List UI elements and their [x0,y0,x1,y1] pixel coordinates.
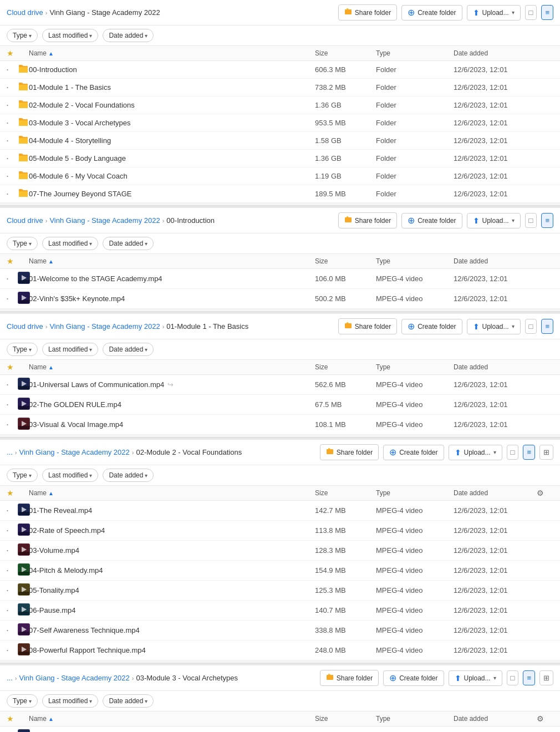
row-dot: • [7,528,18,533]
breadcrumb-part[interactable]: Cloud drive [7,322,43,331]
share-folder-button[interactable]: Share folder [338,318,397,334]
create-folder-button[interactable]: ⊕ Create folder [401,213,462,228]
share-folder-button[interactable]: Share folder [320,670,379,686]
header-name[interactable]: Name ▲ [29,49,315,57]
upload-button[interactable]: ⬆ Upload... ▾ [467,213,521,228]
table-row[interactable]: • 04-Module 4 - Storytelling 1.58 GB Fol… [0,132,560,150]
header-name[interactable]: Name ▲ [29,363,315,371]
table-row[interactable]: • 08-Powerful Rapport Technique.mp4 248.… [0,640,560,660]
create-folder-button[interactable]: ⊕ Create folder [383,670,444,686]
upload-button[interactable]: ⬆ Upload... ▾ [449,445,502,460]
filter-button[interactable]: Date added ▾ [103,343,154,356]
filter-button[interactable]: Date added ▾ [103,694,154,708]
table-row[interactable]: • 06-Pause.mp4 140.7 MB MPEG-4 video 12/… [0,601,560,621]
view-photo-button[interactable]: □ [525,5,537,20]
filter-button[interactable]: Type ▾ [7,343,38,356]
breadcrumb-part[interactable]: ... [7,674,13,682]
view-list-button[interactable]: ≡ [541,5,553,20]
create-folder-button[interactable]: ⊕ Create folder [383,445,444,460]
create-folder-button[interactable]: ⊕ Create folder [401,319,462,334]
table-row[interactable]: • 03-Module 3 - Vocal Archetypes 953.5 M… [0,114,560,132]
filter-bar: Type ▾ Last modified ▾ Date added ▾ [0,691,560,711]
view-photo-button[interactable]: □ [525,213,537,228]
breadcrumb-part[interactable]: Cloud drive [7,216,43,225]
table-row[interactable]: • 02-Rate of Speech.mp4 113.8 MB MPEG-4 … [0,521,560,541]
row-type: Folder [376,172,454,180]
row-dot: • [7,174,18,179]
filter-button[interactable]: Date added ▾ [103,29,154,42]
view-grid-button[interactable]: ⊞ [539,670,553,685]
breadcrumb-part[interactable]: Vinh Giang - Stage Academy 2022 [19,448,130,456]
row-dot: • [7,103,18,108]
share-folder-button[interactable]: Share folder [320,444,379,460]
gear-icon[interactable]: ⚙ [537,714,553,723]
view-photo-button[interactable]: □ [507,670,519,685]
filter-button[interactable]: Type ▾ [7,237,38,250]
breadcrumb-part[interactable]: Vinh Giang - Stage Academy 2022 [19,674,130,682]
table-row[interactable]: • 04-Pitch & Melody.mp4 154.9 MB MPEG-4 … [0,561,560,581]
table-row[interactable]: • 02-Vinh's $35k+ Keynote.mp4 500.2 MB M… [0,289,560,309]
table-row[interactable]: • 01-The Reveal.mp4 142.7 MB MPEG-4 vide… [0,501,560,521]
filter-button[interactable]: Date added ▾ [103,469,154,482]
breadcrumb-part[interactable]: Cloud drive [7,8,43,17]
header-name[interactable]: Name ▲ [29,715,315,723]
row-dot: • [7,422,18,427]
filter-button[interactable]: Last modified ▾ [42,343,98,356]
table-row[interactable]: • 07-The Journey Beyond STAGE 189.5 MB F… [0,185,560,203]
table-row[interactable]: • 05-Tonality.mp4 125.3 MB MPEG-4 video … [0,581,560,601]
header-name[interactable]: Name ▲ [29,489,315,497]
table-row[interactable]: • 01-Introduction to Vocal Archetypes.mp… [0,726,560,732]
breadcrumb-sep: › [162,323,165,330]
table-row[interactable]: • 03-Visual & Vocal Image.mp4 108.1 MB M… [0,415,560,435]
upload-button[interactable]: ⬆ Upload... ▾ [467,5,521,21]
table-row[interactable]: • 01-Universal Laws of Communication.mp4… [0,375,560,395]
filter-button[interactable]: Type ▾ [7,29,38,42]
breadcrumb-sep: › [15,449,17,456]
link-icon[interactable]: ↪ [167,380,174,389]
row-name: 03-Module 3 - Vocal Archetypes [29,119,315,127]
create-folder-button[interactable]: ⊕ Create folder [401,5,462,21]
table-row[interactable]: • 01-Module 1 - The Basics 738.2 MB Fold… [0,79,560,96]
view-list-button[interactable]: ≡ [541,213,553,228]
view-list-button[interactable]: ≡ [541,319,553,334]
gear-icon[interactable]: ⚙ [537,489,553,497]
share-folder-button[interactable]: Share folder [338,4,397,21]
view-grid-button[interactable]: ⊞ [539,445,553,460]
breadcrumb-part[interactable]: ... [7,448,13,456]
view-photo-button[interactable]: □ [507,445,519,460]
row-date: 12/6/2023, 12:01 [454,274,537,283]
filter-button[interactable]: Last modified ▾ [42,237,98,250]
breadcrumb-part[interactable]: Vinh Giang - Stage Academy 2022 [49,322,160,331]
view-list-button[interactable]: ≡ [523,445,535,460]
filter-label: Last modified [48,471,88,479]
filter-chevron-icon: ▾ [145,347,147,353]
view-photo-button[interactable]: □ [525,319,537,334]
filter-button[interactable]: Type ▾ [7,694,38,708]
breadcrumb-sep: › [45,323,48,330]
row-type: MPEG-4 video [376,646,454,654]
filter-chevron-icon: ▾ [145,33,147,39]
table-row[interactable]: • 01-Welcome to the STAGE Academy.mp4 10… [0,269,560,289]
table-row[interactable]: • 02-Module 2 - Vocal Foundations 1.36 G… [0,96,560,114]
header-name[interactable]: Name ▲ [29,257,315,265]
filter-button[interactable]: Date added ▾ [103,237,154,250]
table-row[interactable]: • 02-The GOLDEN RULE.mp4 67.5 MB MPEG-4 … [0,395,560,415]
row-date: 12/6/2023, 12:01 [454,526,537,535]
svg-rect-51 [18,632,29,635]
filter-button[interactable]: Last modified ▾ [42,469,98,482]
upload-button[interactable]: ⬆ Upload... ▾ [467,319,521,334]
table-row[interactable]: • 06-Module 6 - My Vocal Coach 1.19 GB F… [0,167,560,185]
table-row[interactable]: • 07-Self Awareness Technique.mp4 338.8 … [0,621,560,640]
row-dot: • [7,296,18,301]
table-row[interactable]: • 03-Volume.mp4 128.3 MB MPEG-4 video 12… [0,541,560,561]
filter-button[interactable]: Last modified ▾ [42,694,98,708]
view-list-button[interactable]: ≡ [523,670,535,685]
filter-button[interactable]: Type ▾ [7,469,38,482]
filter-button[interactable]: Last modified ▾ [42,29,98,42]
table-row[interactable]: • 05-Module 5 - Body Language 1.36 GB Fo… [0,150,560,167]
table-body: • 00-Introduction 606.3 MB Folder 12/6/2… [0,61,560,203]
share-folder-button[interactable]: Share folder [338,212,397,228]
breadcrumb-part[interactable]: Vinh Giang - Stage Academy 2022 [49,216,160,225]
upload-button[interactable]: ⬆ Upload... ▾ [449,670,502,686]
table-row[interactable]: • 00-Introduction 606.3 MB Folder 12/6/2… [0,61,560,79]
